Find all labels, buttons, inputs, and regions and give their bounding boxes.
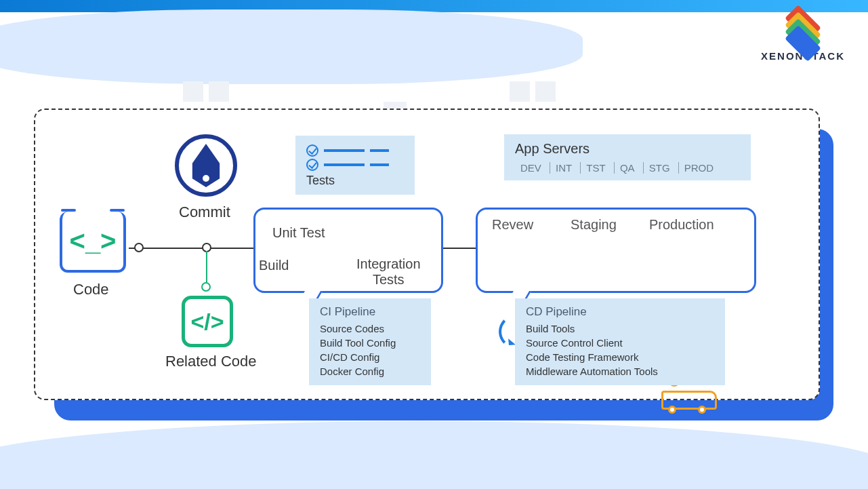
- env-tst: TST: [580, 162, 611, 174]
- check-icon: [306, 159, 318, 171]
- ci-item: Source Codes: [320, 321, 420, 336]
- env-stg: STG: [643, 162, 676, 174]
- deco-square: [510, 81, 530, 102]
- ci-build-label: Build: [259, 258, 289, 273]
- cd-review-label: Revew: [492, 217, 533, 233]
- commit-icon: [175, 134, 237, 197]
- related-code-label: Related Code: [165, 353, 257, 370]
- brand-logo: XENONSTACK: [761, 14, 845, 62]
- cd-pipeline-card: CD Pipeline Build Tools Source Control C…: [515, 298, 725, 385]
- ci-item: CI/CD Config: [320, 350, 420, 364]
- decorative-wave-top: [0, 9, 583, 84]
- ci-unit-label: Unit Test: [272, 225, 325, 241]
- app-servers-envs: DEV INT TST QA STG PROD: [515, 162, 740, 174]
- deco-square: [209, 81, 229, 102]
- code-icon: <_>: [62, 212, 123, 270]
- deco-square: [535, 81, 556, 102]
- cd-item: Code Testing Framework: [526, 350, 714, 364]
- cd-pipeline-title: CD Pipeline: [526, 305, 714, 319]
- tests-card: Tests: [295, 136, 415, 195]
- ci-integration-label: Integration Tests: [356, 256, 421, 288]
- app-servers-card: App Servers DEV INT TST QA STG PROD: [504, 134, 751, 180]
- logo-stack-icon: [786, 14, 820, 46]
- ci-pipeline-title: CI Pipeline: [320, 305, 420, 319]
- cd-production-label: Production: [649, 217, 714, 233]
- ci-pipeline-card: CI Pipeline Source Codes Build Tool Conf…: [309, 298, 431, 385]
- commit-branch-node: [201, 282, 211, 292]
- ci-item: Build Tool Config: [320, 336, 420, 350]
- deco-square: [183, 81, 203, 102]
- env-prod: PROD: [678, 162, 719, 174]
- cd-item: Middleware Automation Tools: [526, 364, 714, 378]
- ci-item: Docker Config: [320, 364, 420, 378]
- cd-item: Build Tools: [526, 321, 714, 336]
- check-icon: [306, 144, 318, 157]
- node-start: [134, 243, 144, 252]
- decorative-wave-bottom: [0, 421, 868, 489]
- app-servers-title: App Servers: [515, 141, 740, 157]
- tests-label: Tests: [306, 174, 404, 188]
- top-gradient-bar: [0, 0, 868, 12]
- env-qa: QA: [614, 162, 640, 174]
- env-int: INT: [550, 162, 577, 174]
- commit-label: Commit: [179, 203, 230, 221]
- commit-branch-line: [206, 251, 207, 285]
- code-block: <_>: [60, 212, 126, 273]
- cd-item: Source Control Client: [526, 336, 714, 350]
- cd-staging-label: Staging: [571, 217, 617, 233]
- production-delivery-icon: [661, 381, 713, 410]
- related-code-icon: </>: [182, 296, 233, 347]
- env-dev: DEV: [515, 162, 547, 174]
- drop-icon: [190, 144, 222, 187]
- code-label: Code: [73, 281, 109, 298]
